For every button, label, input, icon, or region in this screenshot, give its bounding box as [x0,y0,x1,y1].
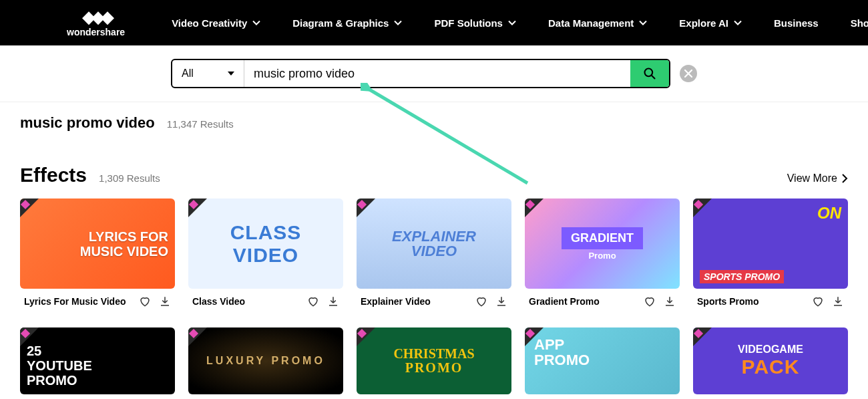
search-area: All [0,45,868,102]
thumbnail: GRADIENT Promo [525,198,680,289]
card-title: Sports Promo [697,296,759,307]
nav-label: Data Management [548,17,634,29]
search-icon [643,67,656,80]
effect-card[interactable]: CHRISTMAS PROMO [357,327,511,394]
top-nav: ◆◆◆ wondershare Video Creativity Diagram… [0,0,868,45]
card-title: Class Video [192,296,245,307]
download-icon[interactable] [495,295,507,307]
effect-card[interactable]: CLASS VIDEO Class Video [188,198,343,310]
nav-business[interactable]: Business [774,17,819,29]
results-count: 11,347 Results [167,118,234,130]
content: music promo video 11,347 Results Effects… [0,102,868,394]
category-select[interactable]: All [172,60,244,87]
effect-card[interactable]: ON SPORTS PROMO Sports Promo [693,198,848,310]
download-icon[interactable] [327,295,339,307]
heart-icon[interactable] [475,295,487,307]
view-more-label: View More [787,172,837,184]
card-title: Lyrics For Music Video [24,296,126,307]
effect-card[interactable]: 25 YOUTUBE PROMO [20,327,175,394]
nav-label: PDF Solutions [434,17,503,29]
thumbnail: CLASS VIDEO [188,198,343,289]
effects-grid-row2: 25 YOUTUBE PROMO LUXURY PROMO CHRISTMAS … [20,327,848,394]
nav-data-management[interactable]: Data Management [548,17,647,29]
nav-shop[interactable]: Shop [851,17,868,29]
thumb-text: APP PROMO [534,337,590,368]
thumbnail: LUXURY PROMO [188,327,343,394]
effect-card[interactable]: LYRICS FOR MUSIC VIDEO Lyrics For Music … [20,198,175,310]
effect-card[interactable]: EXPLAINER VIDEO Explainer Video [357,198,511,310]
nav-label: Video Creativity [172,17,247,29]
close-icon [684,70,692,78]
download-icon[interactable] [832,295,844,307]
nav-pdf-solutions[interactable]: PDF Solutions [434,17,516,29]
premium-badge-icon [188,198,207,217]
brand-icon: ◆◆◆ [82,8,110,25]
section-count: 1,309 Results [99,172,160,184]
effect-card[interactable]: GRADIENT Promo Gradient Promo [525,198,680,310]
view-more-link[interactable]: View More [787,172,848,184]
premium-badge-icon [525,198,544,217]
nav-video-creativity[interactable]: Video Creativity [172,17,260,29]
thumb-text: VIDEOGAME [738,344,803,356]
thumb-text: CHRISTMAS [393,347,474,360]
effect-card[interactable]: VIDEOGAME PACK [693,327,848,394]
download-icon[interactable] [664,295,676,307]
thumb-text: LYRICS FOR MUSIC VIDEO [80,229,168,259]
results-header: music promo video 11,347 Results [20,114,848,132]
thumb-text-sub: PACK [742,356,800,378]
clear-search-button[interactable] [680,65,697,82]
thumbnail: VIDEOGAME PACK [693,327,848,394]
search-box: All [171,59,670,88]
premium-badge-icon [357,327,375,346]
heart-icon[interactable] [139,295,151,307]
section-title: Effects [20,164,87,186]
thumb-text: CLASS VIDEO [230,221,302,267]
heart-icon[interactable] [307,295,319,307]
chevron-down-icon [734,19,742,27]
premium-badge-icon [188,327,207,346]
download-icon[interactable] [159,295,171,307]
thumb-text: EXPLAINER VIDEO [392,229,476,259]
heart-icon[interactable] [812,295,824,307]
brand-logo[interactable]: ◆◆◆ wondershare [67,8,125,37]
nav-label: Business [774,17,819,29]
heart-icon[interactable] [644,295,656,307]
chevron-down-icon [394,19,402,27]
thumb-text-sub: PROMO [405,360,463,376]
thumb-text: GRADIENT [562,227,643,249]
nav-label: Explore AI [679,17,728,29]
chevron-right-icon [841,174,848,183]
card-title: Gradient Promo [529,296,600,307]
thumbnail: APP PROMO [525,327,680,394]
thumbnail: EXPLAINER VIDEO [357,198,511,289]
svg-line-1 [652,76,655,79]
premium-badge-icon [20,198,39,217]
thumbnail: ON SPORTS PROMO [693,198,848,289]
nav-explore-ai[interactable]: Explore AI [679,17,742,29]
section-header: Effects 1,309 Results View More [20,164,848,186]
effect-card[interactable]: APP PROMO [525,327,680,394]
search-button[interactable] [630,60,669,87]
thumb-text: 25 YOUTUBE PROMO [27,344,92,388]
thumb-text: LUXURY PROMO [206,355,325,367]
thumb-text-sub: Promo [588,251,616,261]
effects-grid-row1: LYRICS FOR MUSIC VIDEO Lyrics For Music … [20,198,848,310]
card-title: Explainer Video [361,296,431,307]
dropdown-caret-icon [228,72,234,76]
thumb-text-sub: SPORTS PROMO [700,270,784,283]
premium-badge-icon [357,198,375,217]
search-input[interactable] [244,60,630,87]
nav-links: Video Creativity Diagram & Graphics PDF … [152,17,868,29]
nav-diagram-graphics[interactable]: Diagram & Graphics [292,17,402,29]
chevron-down-icon [639,19,647,27]
effect-card[interactable]: LUXURY PROMO [188,327,343,394]
brand-name: wondershare [67,27,125,37]
category-label: All [182,68,194,80]
chevron-down-icon [508,19,516,27]
chevron-down-icon [252,19,260,27]
nav-label: Shop [851,17,868,29]
thumb-text: ON [817,204,841,223]
thumbnail: LYRICS FOR MUSIC VIDEO [20,198,175,289]
query-echo: music promo video [20,114,155,132]
thumbnail: CHRISTMAS PROMO [357,327,511,394]
